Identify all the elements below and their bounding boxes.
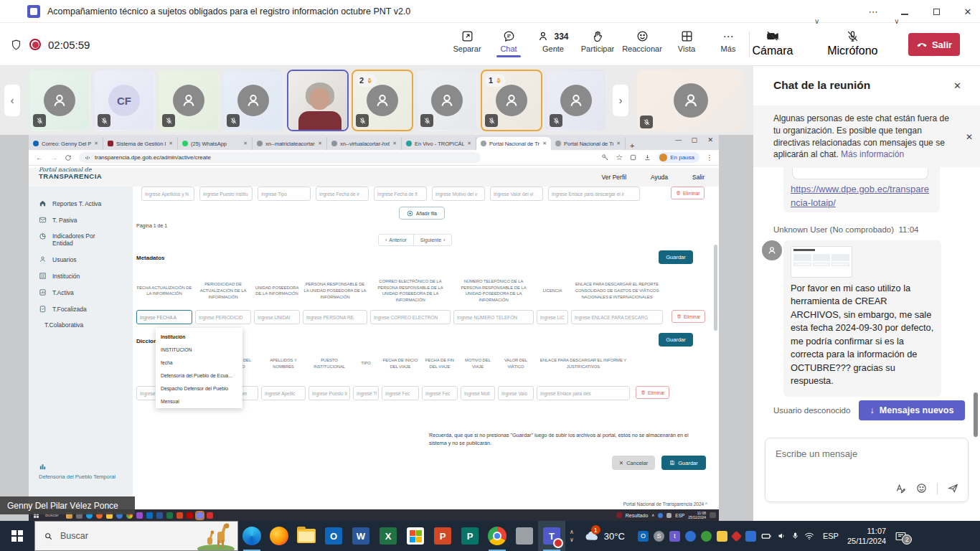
emoji-icon[interactable]	[915, 482, 928, 494]
bookmark-star-icon[interactable]: ☆	[616, 153, 623, 162]
battery-icon[interactable]	[761, 532, 772, 540]
tab-correo[interactable]: Correo: Genny Del Pilar V✕	[29, 137, 103, 150]
licencia-input[interactable]: Ingrese LIC	[537, 310, 568, 324]
chat-button[interactable]: Chat	[488, 23, 529, 57]
taskbar-chevrons[interactable]: ∧∨	[570, 529, 574, 543]
chrome-icon[interactable]	[484, 521, 511, 551]
puesto-institucional-input[interactable]: Ingrese Puesto Ir	[308, 386, 350, 400]
page-scrollbar[interactable]	[714, 245, 717, 331]
cancelar-button[interactable]: ✕ Cancelar	[612, 456, 655, 470]
shared-tray-caret[interactable]: ∧	[651, 513, 654, 517]
participant-tile[interactable]: CF	[93, 70, 155, 131]
footer-caret-icon[interactable]: ^	[705, 501, 707, 507]
eliminar-diccionario-button[interactable]: Eliminar	[636, 386, 669, 399]
powerpoint-icon[interactable]: P	[429, 521, 456, 551]
message-composer[interactable]: Escribe un mensaje	[765, 438, 969, 502]
send-icon[interactable]	[947, 482, 959, 494]
shared-volume-icon[interactable]	[666, 513, 672, 518]
tab-close-icon[interactable]: ✕	[318, 141, 322, 146]
titlebar-more-icon[interactable]: ⋯	[867, 6, 880, 17]
store-icon[interactable]	[402, 521, 429, 551]
sidebar-item-institucion[interactable]: Institución	[29, 268, 133, 284]
mas-informacion-link[interactable]: Más información	[841, 149, 904, 159]
participant-tile[interactable]	[222, 70, 284, 131]
tray-mic-icon[interactable]	[791, 532, 799, 540]
puesto-input[interactable]: Ingrese Puesto institu	[199, 187, 253, 201]
participant-tile-hand-raised[interactable]: 2	[352, 70, 413, 131]
participant-tile-wide[interactable]	[637, 70, 745, 131]
strip-scroll-left-button[interactable]: ‹	[4, 85, 20, 116]
guardar-button[interactable]: Guardar	[661, 456, 706, 470]
taskbar-clock[interactable]: 11:07 25/11/2024	[847, 526, 886, 547]
shared-teams-icon[interactable]	[197, 512, 203, 519]
vista-button[interactable]: Vista	[666, 23, 707, 53]
shared-cloud-icon[interactable]	[658, 513, 663, 518]
persona-input[interactable]: Ingrese PERSONA RE	[303, 310, 367, 324]
tab-matricula[interactable]: xn--matriclateacortar-01b✕	[253, 137, 327, 150]
fecha-inicio-dic-input[interactable]: Ingrese Fec	[382, 386, 419, 400]
participant-tile[interactable]	[29, 70, 90, 131]
mensajes-nuevos-button[interactable]: ↓ Mensajes nuevos	[859, 400, 965, 420]
fecha-inicio-input[interactable]: Ingrese Fecha de ir	[316, 187, 369, 201]
sidebar-item-indicadores[interactable]: Indicadores Por Entidad	[29, 228, 133, 251]
tab-close-icon[interactable]: ✕	[94, 141, 98, 146]
browser-close-button[interactable]: ✕	[707, 136, 713, 143]
shared-record-icon[interactable]	[207, 512, 213, 519]
shared-excel-icon[interactable]	[166, 512, 173, 519]
close-button[interactable]: ✕	[961, 6, 974, 17]
participant-tile[interactable]	[158, 70, 220, 131]
shared-acrobat-icon[interactable]	[187, 512, 193, 519]
browser-maximize-button[interactable]: ▢	[691, 136, 697, 143]
valor-input[interactable]: Ingrese Valor del vi	[490, 187, 543, 201]
word-icon[interactable]: W	[347, 521, 374, 551]
tab-close-icon[interactable]: ✕	[616, 141, 621, 146]
mas-button[interactable]: ⋯ Más	[707, 23, 749, 53]
participant-tile-speaking-video[interactable]	[287, 70, 349, 131]
enlace-input[interactable]: Ingrese Enlace para descargar el ir	[548, 187, 640, 201]
tab-gestion[interactable]: Sistema de Gestión Docu✕	[103, 137, 178, 150]
sidebar-item-activa[interactable]: T.Activa	[29, 284, 133, 301]
fecha-fin-input[interactable]: Ingrese Fecha de fi	[374, 187, 427, 201]
mic-chevron-icon[interactable]: ∨	[894, 17, 899, 25]
periodicidad-input[interactable]: Ingrese PERIODICID	[195, 310, 251, 324]
gente-button[interactable]: 334 Gente	[529, 23, 577, 53]
message-image-attachment[interactable]	[791, 246, 852, 278]
volume-icon[interactable]	[777, 532, 786, 540]
tray-security-warning-icon[interactable]	[717, 531, 727, 542]
minimize-button[interactable]	[898, 6, 911, 17]
eliminar-row-button[interactable]: Eliminar	[671, 187, 705, 199]
outlook-icon[interactable]: O	[320, 521, 347, 551]
tab-virtual[interactable]: xn--virtualacortar-hx6j.lin✕	[327, 137, 402, 150]
diccionario-guardar-button[interactable]: Guardar	[659, 333, 693, 347]
participant-tile[interactable]	[545, 70, 607, 131]
refresh-icon[interactable]	[65, 154, 72, 161]
enlace-reporte-input[interactable]: Ingrese ENLACE PARA DESCARG	[571, 310, 663, 324]
separar-button[interactable]: Separar	[446, 23, 488, 53]
url-bar[interactable]: transparencia.dpe.gob.ec/admin/active/cr…	[79, 152, 481, 163]
dropdown-option[interactable]: INSTITUCION	[156, 343, 242, 356]
tab-close-icon[interactable]: ✕	[169, 141, 173, 146]
tab-envivo[interactable]: En Vivo - TROPICÁLIDA✕	[402, 137, 476, 150]
shared-store-icon[interactable]	[136, 512, 143, 519]
download-icon[interactable]	[644, 154, 651, 161]
tray-teams-icon[interactable]: t	[669, 531, 680, 542]
tab-close-icon[interactable]: ✕	[542, 141, 547, 146]
forward-icon[interactable]: →	[50, 154, 57, 161]
tab-whatsapp[interactable]: (25) WhatsApp✕	[178, 137, 253, 150]
camera-chevron-icon[interactable]: ∨	[814, 17, 819, 25]
shared-mail-icon[interactable]	[146, 512, 153, 519]
tray-badge-icon[interactable]: S	[654, 531, 664, 542]
participar-button[interactable]: Participar	[577, 23, 618, 53]
sidebar-item-reportes[interactable]: Reportes T. Activa	[29, 195, 133, 212]
shared-notifications-icon[interactable]	[710, 512, 716, 518]
ayuda-link[interactable]: Ayuda	[651, 174, 668, 181]
photos-icon[interactable]	[511, 521, 538, 551]
camara-button[interactable]: Cámara	[750, 23, 796, 57]
new-tab-button[interactable]: +	[630, 141, 634, 150]
shared-powerpoint-icon[interactable]	[176, 512, 183, 519]
salir-button[interactable]: Salir	[908, 33, 960, 56]
tab-portal-2[interactable]: Portal Nacional de Transp✕	[551, 137, 626, 150]
sidebar-item-pasiva[interactable]: T. Pasiva	[29, 212, 133, 228]
strip-scroll-right-button[interactable]: ›	[613, 85, 628, 116]
tipo-input[interactable]: Ingrese Tipo	[258, 187, 311, 201]
